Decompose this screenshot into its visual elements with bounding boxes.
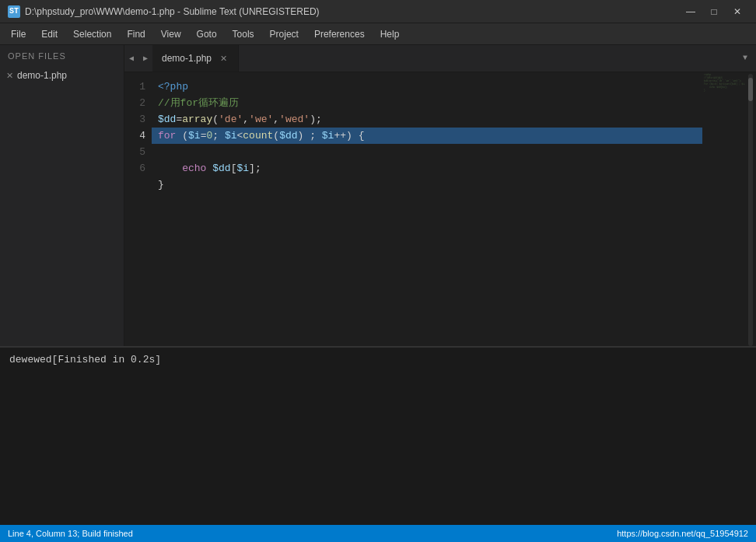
terminal-output[interactable]: dewewed[Finished in 0.2s] xyxy=(0,346,756,525)
close-button[interactable]: ✕ xyxy=(726,4,748,19)
tabbar: ◀ ▶ demo-1.php ✕ ▼ xyxy=(124,45,756,72)
minimap-preview: <?php //用for循环遍历 $dd=array('de','we','we… xyxy=(702,72,745,346)
menu-file[interactable]: File xyxy=(3,26,33,43)
tab-nav-left[interactable]: ◀ xyxy=(124,45,138,72)
line-number: 2 xyxy=(124,95,145,111)
window-controls: — □ ✕ xyxy=(680,4,748,19)
editor-area: ◀ ▶ demo-1.php ✕ ▼ 1 2 3 4 5 6 <?php //用… xyxy=(124,45,756,346)
menu-selection[interactable]: Selection xyxy=(65,26,119,43)
menu-find[interactable]: Find xyxy=(119,26,152,43)
menu-edit[interactable]: Edit xyxy=(33,26,65,43)
sidebar-file-item[interactable]: ✕ demo-1.php xyxy=(0,67,124,84)
menu-goto[interactable]: Goto xyxy=(189,26,225,43)
tab-label: demo-1.php xyxy=(162,53,212,64)
tab-close-icon[interactable]: ✕ xyxy=(218,53,229,64)
statusbar: Line 4, Column 13; Build finished https:… xyxy=(0,525,756,542)
line-number: 3 xyxy=(124,111,145,128)
line-number: 6 xyxy=(124,160,145,177)
tab-dropdown-button[interactable]: ▼ xyxy=(734,45,756,72)
menu-view[interactable]: View xyxy=(153,26,189,43)
file-close-icon[interactable]: ✕ xyxy=(6,71,13,81)
sidebar: OPEN FILES ✕ demo-1.php xyxy=(0,45,124,346)
menu-help[interactable]: Help xyxy=(373,26,408,43)
maximize-button[interactable]: □ xyxy=(703,4,725,19)
titlebar-left: ST D:\phpstudy_pro\WWW\demo-1.php - Subl… xyxy=(8,5,320,18)
line-numbers: 1 2 3 4 5 6 xyxy=(124,72,152,346)
status-position: Line 4, Column 13; Build finished xyxy=(8,529,133,538)
tab-demo-1-php[interactable]: demo-1.php ✕ xyxy=(152,45,239,72)
code-editor[interactable]: 1 2 3 4 5 6 <?php //用for循环遍历 $dd=array('… xyxy=(124,72,756,346)
scrollbar-thumb[interactable] xyxy=(748,78,753,101)
minimize-button[interactable]: — xyxy=(680,4,702,19)
code-content[interactable]: <?php //用for循环遍历 $dd=array('de','we','we… xyxy=(152,72,702,346)
main-area: OPEN FILES ✕ demo-1.php ◀ ▶ demo-1.php ✕… xyxy=(0,45,756,346)
menu-project[interactable]: Project xyxy=(262,26,306,43)
sidebar-header: OPEN FILES xyxy=(0,45,124,67)
app-icon: ST xyxy=(8,5,20,18)
window-title: D:\phpstudy_pro\WWW\demo-1.php - Sublime… xyxy=(25,6,320,17)
right-scrollbar[interactable] xyxy=(745,72,756,346)
menu-tools[interactable]: Tools xyxy=(225,26,262,43)
menubar: File Edit Selection Find View Goto Tools… xyxy=(0,23,756,45)
tab-nav-right[interactable]: ▶ xyxy=(138,45,152,72)
status-link: https://blog.csdn.net/qq_51954912 xyxy=(617,529,748,538)
sidebar-filename: demo-1.php xyxy=(17,70,67,81)
line-number: 5 xyxy=(124,144,145,160)
line-number: 4 xyxy=(124,128,145,144)
minimap: <?php //用for循环遍历 $dd=array('de','we','we… xyxy=(702,72,745,346)
scrollbar-track xyxy=(748,74,753,346)
menu-preferences[interactable]: Preferences xyxy=(306,26,373,43)
titlebar: ST D:\phpstudy_pro\WWW\demo-1.php - Subl… xyxy=(0,0,756,23)
line-number: 1 xyxy=(124,79,145,95)
terminal-text: dewewed[Finished in 0.2s] xyxy=(9,354,161,365)
